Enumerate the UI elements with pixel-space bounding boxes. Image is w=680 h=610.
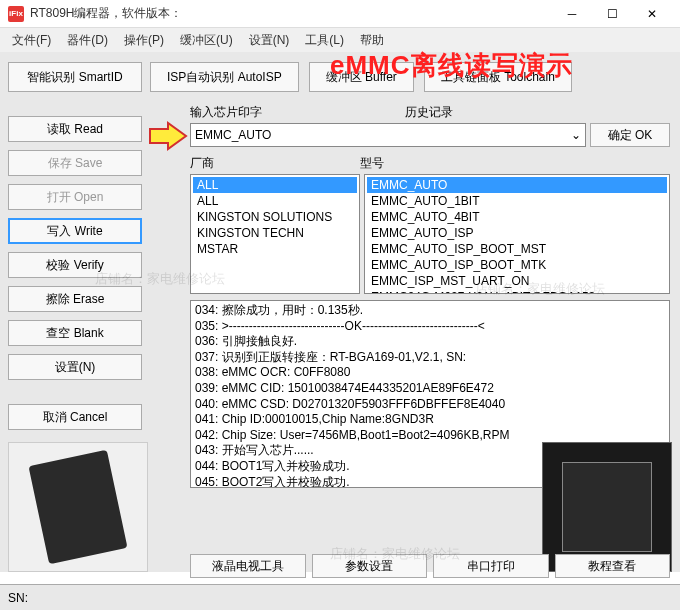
save-button[interactable]: 保存 Save — [8, 150, 142, 176]
log-line: 040: eMMC CSD: D02701320F5903FFF6DBFFEF8… — [195, 397, 665, 413]
socket-image — [8, 442, 148, 572]
smartid-button[interactable]: 智能识别 SmartID — [8, 62, 142, 92]
lcd-tools-button[interactable]: 液晶电视工具 — [190, 554, 306, 578]
list-item[interactable]: EMMC_ISP_MST_UART_ON — [367, 273, 667, 289]
list-item[interactable]: MSTAR — [193, 241, 357, 257]
param-settings-button[interactable]: 参数设置 — [312, 554, 428, 578]
menu-buffer[interactable]: 缓冲区(U) — [172, 30, 241, 51]
menu-file[interactable]: 文件(F) — [4, 30, 59, 51]
log-line: 034: 擦除成功，用时：0.135秒. — [195, 303, 665, 319]
model-listbox[interactable]: EMMC_AUTO EMMC_AUTO_1BIT EMMC_AUTO_4BIT … — [364, 174, 670, 294]
arrow-icon — [146, 121, 190, 151]
verify-button[interactable]: 校验 Verify — [8, 252, 142, 278]
log-line: 039: eMMC CID: 15010038474E44335201AE89F… — [195, 381, 665, 397]
menu-device[interactable]: 器件(D) — [59, 30, 116, 51]
model-header: 型号 — [360, 155, 384, 172]
titlebar: iFix RT809H编程器，软件版本： ─ ☐ ✕ — [0, 0, 680, 28]
sn-label: SN: — [8, 591, 28, 605]
menu-operate[interactable]: 操作(P) — [116, 30, 172, 51]
input-chip-label: 输入芯片印字 — [190, 104, 405, 121]
settings-button[interactable]: 设置(N) — [8, 354, 142, 380]
overlay-title: eMMC离线读写演示 — [330, 48, 573, 83]
vendor-listbox[interactable]: ALL ALL KINGSTON SOLUTIONS KINGSTON TECH… — [190, 174, 360, 294]
close-button[interactable]: ✕ — [632, 0, 672, 28]
list-item[interactable]: EMMC_AUTO — [367, 177, 667, 193]
chevron-down-icon: ⌄ — [571, 128, 581, 142]
list-item[interactable]: EMMC_AUTO_4BIT — [367, 209, 667, 225]
statusbar: SN: — [0, 584, 680, 610]
list-item[interactable]: KINGSTON SOLUTIONS — [193, 209, 357, 225]
list-item[interactable]: EMMC04G-M627-X01U_1BIT@FBGA153 — [367, 289, 667, 294]
log-line: 036: 引脚接触良好. — [195, 334, 665, 350]
bottom-toolbar: 液晶电视工具 参数设置 串口打印 教程查看 — [190, 554, 670, 578]
list-item[interactable]: EMMC_AUTO_ISP_BOOT_MTK — [367, 257, 667, 273]
minimize-button[interactable]: ─ — [552, 0, 592, 28]
log-line: 042: Chip Size: User=7456MB,Boot1=Boot2=… — [195, 428, 665, 444]
erase-button[interactable]: 擦除 Erase — [8, 286, 142, 312]
ok-button[interactable]: 确定 OK — [590, 123, 670, 147]
chip-value: EMMC_AUTO — [195, 128, 271, 142]
autoisp-button[interactable]: ISP自动识别 AutoISP — [150, 62, 299, 92]
menu-settings[interactable]: 设置(N) — [241, 30, 298, 51]
log-line: 037: 识别到正版转接座：RT-BGA169-01,V2.1, SN: — [195, 350, 665, 366]
svg-marker-0 — [150, 123, 186, 149]
write-button[interactable]: 写入 Write — [8, 218, 142, 244]
read-button[interactable]: 读取 Read — [8, 116, 142, 142]
vendor-header: 厂商 — [190, 155, 360, 172]
list-item[interactable]: EMMC_AUTO_1BIT — [367, 193, 667, 209]
open-button[interactable]: 打开 Open — [8, 184, 142, 210]
maximize-button[interactable]: ☐ — [592, 0, 632, 28]
log-line: 038: eMMC OCR: C0FF8080 — [195, 365, 665, 381]
log-line: 035: >-----------------------------OK---… — [195, 319, 665, 335]
list-item[interactable]: KINGSTON TECHN — [193, 225, 357, 241]
app-icon: iFix — [8, 6, 24, 22]
list-item[interactable]: ALL — [193, 177, 357, 193]
chip-combobox[interactable]: EMMC_AUTO ⌄ — [190, 123, 586, 147]
tutorial-button[interactable]: 教程查看 — [555, 554, 671, 578]
list-item[interactable]: ALL — [193, 193, 357, 209]
history-label: 历史记录 — [405, 104, 670, 121]
list-item[interactable]: EMMC_AUTO_ISP — [367, 225, 667, 241]
blank-button[interactable]: 查空 Blank — [8, 320, 142, 346]
window-title: RT809H编程器，软件版本： — [30, 5, 552, 22]
log-line: 041: Chip ID:00010015,Chip Name:8GND3R — [195, 412, 665, 428]
serial-print-button[interactable]: 串口打印 — [433, 554, 549, 578]
chip-image — [542, 442, 672, 572]
list-item[interactable]: EMMC_AUTO_ISP_BOOT_MST — [367, 241, 667, 257]
cancel-button[interactable]: 取消 Cancel — [8, 404, 142, 430]
